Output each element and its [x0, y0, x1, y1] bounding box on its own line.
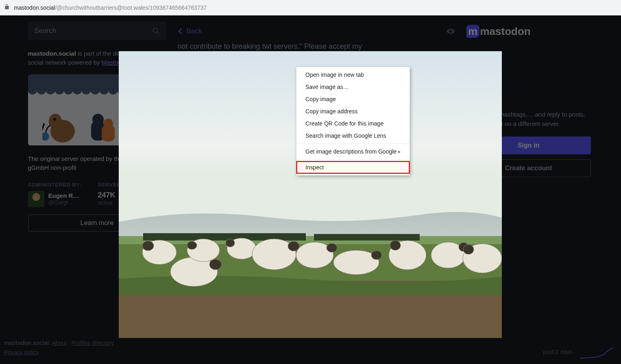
- url-path: /@churchwithoutbarriers@toot.wales/10936…: [55, 4, 207, 11]
- ctx-create-qr-code[interactable]: Create QR Code for this image: [296, 117, 410, 130]
- ctx-copy-image-address[interactable]: Copy image address: [296, 105, 410, 117]
- ctx-open-image-new-tab[interactable]: Open image in new tab: [296, 69, 410, 81]
- svg-point-26: [327, 243, 337, 252]
- svg-point-20: [187, 241, 197, 249]
- svg-point-34: [463, 245, 474, 254]
- svg-point-30: [390, 240, 401, 250]
- svg-point-22: [226, 239, 235, 247]
- url-host: mastodon.social: [14, 4, 55, 11]
- svg-rect-11: [143, 233, 306, 240]
- lock-icon: [4, 4, 10, 11]
- ctx-inspect[interactable]: Inspect: [296, 161, 410, 173]
- ctx-search-google-lens[interactable]: Search image with Google Lens: [296, 130, 410, 142]
- ctx-copy-image[interactable]: Copy image: [296, 93, 410, 105]
- browser-address-bar: mastodon.social /@churchwithoutbarriers@…: [0, 0, 621, 15]
- context-menu: Open image in new tab Save image as… Cop…: [296, 67, 410, 176]
- ctx-get-image-descriptions[interactable]: Get image descriptions from Google: [296, 145, 410, 158]
- ctx-separator: [296, 143, 410, 144]
- svg-rect-12: [314, 234, 420, 240]
- svg-point-16: [142, 241, 154, 251]
- ctx-separator: [296, 159, 410, 160]
- ctx-save-image-as[interactable]: Save image as…: [296, 81, 410, 93]
- svg-point-28: [371, 251, 382, 260]
- svg-point-18: [209, 259, 222, 270]
